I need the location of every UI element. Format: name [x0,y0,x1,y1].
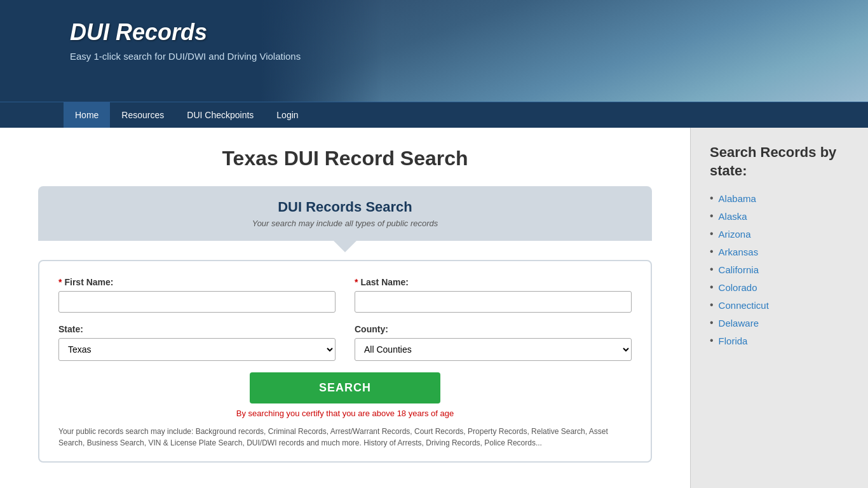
county-label: County: [355,324,632,334]
list-item: Florida [710,335,849,346]
site-subtitle: Easy 1-click search for DUI/DWI and Driv… [70,51,855,62]
search-form-box: *First Name: *Last Name: State: Texas [38,260,652,463]
sidebar-state-alabama[interactable]: Alabama [719,193,756,204]
age-notice: By searching you certify that you are ab… [58,409,632,418]
list-item: Arizona [710,228,849,240]
sidebar-title: Search Records by state: [710,144,849,180]
list-item: California [710,264,849,275]
sidebar-state-arkansas[interactable]: Arkansas [719,247,759,257]
nav-dui-checkpoints[interactable]: DUI Checkpoints [175,102,265,128]
first-name-required: * [58,277,62,287]
search-box-title: DUI Records Search [51,199,639,215]
state-select[interactable]: Texas Alabama Alaska Arizona Arkansas Ca… [58,338,336,361]
nav-resources[interactable]: Resources [110,102,175,128]
list-item: Delaware [710,317,849,329]
last-name-required: * [355,277,358,287]
search-box-subtitle: Your search may include all types of pub… [51,219,639,228]
sidebar-state-arizona[interactable]: Arizona [719,229,751,240]
county-group: County: All Counties [355,324,632,361]
nav-login[interactable]: Login [265,102,309,128]
last-name-group: *Last Name: [355,277,632,313]
main-nav: Home Resources DUI Checkpoints Login [0,102,868,128]
sidebar-state-florida[interactable]: Florida [719,336,748,346]
last-name-label: *Last Name: [355,277,632,287]
header-content: DUI Records Easy 1-click search for DUI/… [0,0,868,68]
state-group: State: Texas Alabama Alaska Arizona Arka… [58,324,336,361]
name-row: *First Name: *Last Name: [58,277,632,313]
sidebar-state-colorado[interactable]: Colorado [719,282,757,293]
page-title: Texas DUI Record Search [38,147,652,170]
search-header-box: DUI Records Search Your search may inclu… [38,186,652,241]
sidebar: Search Records by state: Alabama Alaska … [690,128,868,488]
state-label: State: [58,324,336,334]
list-item: Alaska [710,210,849,222]
state-list: Alabama Alaska Arizona Arkansas Californ… [710,193,849,346]
first-name-label: *First Name: [58,277,336,287]
last-name-input[interactable] [355,291,632,313]
first-name-input[interactable] [58,291,336,313]
sidebar-state-california[interactable]: California [719,264,759,275]
search-button[interactable]: SEARCH [250,372,440,403]
county-select[interactable]: All Counties [355,338,632,361]
main-content: Texas DUI Record Search DUI Records Sear… [0,128,690,488]
list-item: Colorado [710,281,849,293]
sidebar-state-alaska[interactable]: Alaska [719,211,747,222]
disclaimer-text: Your public records search may include: … [58,426,632,449]
list-item: Alabama [710,193,849,204]
list-item: Arkansas [710,246,849,257]
first-name-group: *First Name: [58,277,336,313]
location-row: State: Texas Alabama Alaska Arizona Arka… [58,324,632,361]
list-item: Connecticut [710,299,849,311]
sidebar-state-delaware[interactable]: Delaware [719,318,759,329]
sidebar-state-connecticut[interactable]: Connecticut [719,300,769,311]
site-header: DUI Records Easy 1-click search for DUI/… [0,0,868,102]
nav-home[interactable]: Home [64,102,110,128]
site-title: DUI Records [70,19,855,46]
main-wrapper: Texas DUI Record Search DUI Records Sear… [0,128,868,488]
